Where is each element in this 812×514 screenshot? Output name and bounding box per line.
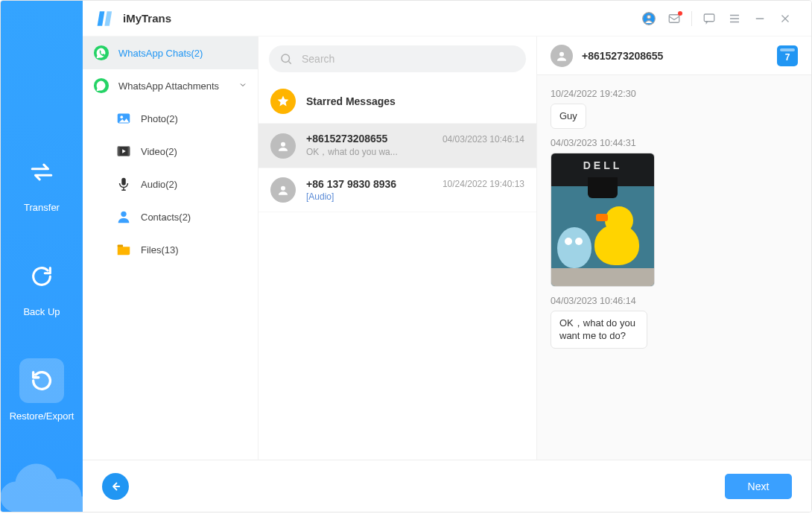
rail-item-backup[interactable]: Back Up — [19, 254, 64, 317]
feedback-icon[interactable] — [697, 6, 722, 31]
chat-time: 04/03/2023 10:46:14 — [443, 134, 524, 145]
svg-point-15 — [281, 142, 285, 146]
svg-point-12 — [121, 212, 126, 217]
avatar-icon — [270, 177, 296, 203]
tree-audio[interactable]: Audio(2) — [83, 168, 258, 200]
chat-list-pane: Starred Messages +8615273208655 OK，what … — [258, 37, 537, 460]
avatar-icon — [551, 45, 573, 67]
chevron-down-icon — [238, 80, 247, 92]
svg-rect-10 — [128, 147, 130, 156]
whatsapp-icon — [93, 77, 110, 94]
chat-title: +8615273208655 — [306, 133, 432, 145]
message-timestamp: 04/03/2023 10:46:14 — [551, 296, 798, 306]
svg-point-14 — [282, 54, 290, 63]
whatsapp-icon — [93, 45, 110, 61]
footer-bar: Next — [83, 460, 811, 512]
category-tree: WhatsApp Chats(2) WhatsApp Attachments P… — [83, 37, 258, 460]
arrow-left-icon — [109, 480, 122, 493]
video-icon — [115, 143, 132, 159]
starred-title: Starred Messages — [306, 95, 524, 107]
inbox-icon[interactable] — [662, 6, 687, 31]
cloud-decoration — [1, 460, 83, 512]
avatar-icon — [270, 133, 296, 159]
calendar-button[interactable]: 7 — [777, 45, 798, 66]
svg-rect-2 — [669, 14, 679, 22]
rail-item-restore-export[interactable]: Restore/Export — [10, 358, 74, 422]
contacts-icon — [115, 209, 132, 225]
files-icon — [115, 241, 132, 258]
star-icon — [270, 89, 296, 114]
conversation-pane: +8615273208655 7 10/24/2022 19:42:30 Guy… — [537, 37, 811, 460]
svg-rect-9 — [118, 147, 120, 156]
svg-point-17 — [559, 51, 564, 56]
tree-whatsapp-attachments[interactable]: WhatsApp Attachments — [83, 69, 258, 102]
main-area: iMyTrans — [83, 1, 811, 512]
minimize-button[interactable] — [747, 6, 773, 31]
tree-video[interactable]: Video(2) — [83, 135, 258, 168]
calendar-day: 7 — [785, 52, 790, 63]
conversation-contact: +8615273208655 — [582, 50, 663, 62]
message-list[interactable]: 10/24/2022 19:42:30 Guy 04/03/2023 10:44… — [537, 75, 811, 460]
message-bubble: Guy — [551, 104, 586, 129]
left-rail: Transfer Back Up Restore/Export — [1, 1, 83, 512]
starred-messages-row[interactable]: Starred Messages — [258, 80, 536, 124]
tree-label: Contacts(2) — [141, 212, 191, 223]
conversation-header: +8615273208655 7 — [537, 37, 811, 75]
svg-rect-13 — [118, 245, 123, 247]
rail-label: Back Up — [23, 306, 60, 317]
search-icon — [279, 52, 293, 66]
restore-icon — [29, 368, 54, 393]
tree-contacts[interactable]: Contacts(2) — [83, 200, 258, 233]
title-bar: iMyTrans — [83, 1, 811, 37]
backup-icon — [29, 264, 54, 289]
svg-point-16 — [281, 186, 285, 191]
chat-title: +86 137 9830 8936 — [306, 178, 432, 190]
tree-photo[interactable]: Photo(2) — [83, 102, 258, 135]
tree-label: WhatsApp Chats(2) — [118, 48, 203, 59]
next-button[interactable]: Next — [725, 474, 792, 499]
tree-files[interactable]: Files(13) — [83, 233, 258, 266]
rail-item-transfer[interactable]: Transfer — [19, 150, 64, 213]
audio-icon — [115, 176, 132, 192]
tree-label: Files(13) — [141, 244, 179, 256]
tree-label: Audio(2) — [141, 179, 177, 190]
tree-label: WhatsApp Attachments — [118, 80, 219, 92]
chat-row[interactable]: +8615273208655 OK，what do you wa... 04/0… — [258, 124, 536, 168]
back-button[interactable] — [102, 473, 129, 500]
svg-point-1 — [647, 15, 651, 19]
svg-point-7 — [120, 115, 123, 118]
svg-rect-11 — [121, 178, 126, 185]
search-field[interactable] — [269, 45, 526, 72]
message-timestamp: 04/03/2023 10:44:31 — [551, 138, 798, 148]
tree-label: Video(2) — [141, 146, 177, 157]
logo-icon — [96, 9, 115, 28]
tree-label: Photo(2) — [141, 113, 178, 124]
rail-label: Transfer — [24, 202, 60, 213]
rail-label: Restore/Export — [10, 410, 74, 422]
message-image[interactable]: DELL — [551, 153, 655, 287]
next-button-label: Next — [748, 480, 770, 492]
chat-preview: OK，what do you wa... — [306, 146, 432, 159]
close-button[interactable] — [773, 6, 798, 31]
transfer-icon — [29, 159, 54, 185]
search-input[interactable] — [300, 52, 516, 66]
app-name: iMyTrans — [123, 12, 171, 25]
chat-row[interactable]: +86 137 9830 8936 [Audio] 10/24/2022 19:… — [258, 168, 536, 212]
message-bubble: OK，what do you want me to do? — [551, 311, 647, 349]
menu-icon[interactable] — [722, 6, 747, 31]
photo-icon — [115, 110, 132, 127]
tree-whatsapp-chats[interactable]: WhatsApp Chats(2) — [83, 37, 258, 69]
chat-time: 10/24/2022 19:40:13 — [443, 179, 524, 189]
message-timestamp: 10/24/2022 19:42:30 — [551, 89, 798, 99]
account-icon[interactable] — [636, 6, 662, 31]
chat-preview: [Audio] — [306, 191, 432, 202]
app-logo: iMyTrans — [96, 9, 171, 28]
svg-rect-3 — [704, 14, 714, 22]
